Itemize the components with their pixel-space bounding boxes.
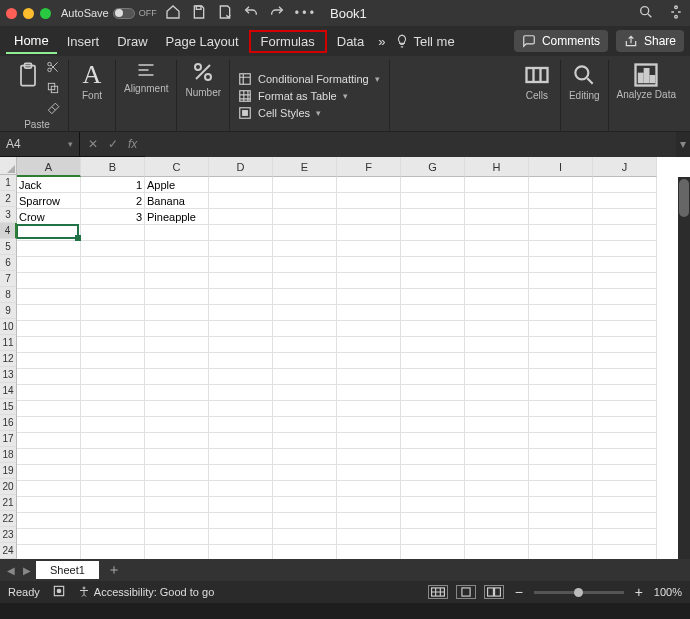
name-box[interactable]: A4 ▾ xyxy=(0,132,80,157)
cell-C9[interactable] xyxy=(145,305,209,321)
row-header-11[interactable]: 11 xyxy=(0,335,17,351)
zoom-slider[interactable] xyxy=(534,591,624,594)
cell-C10[interactable] xyxy=(145,321,209,337)
cell-I22[interactable] xyxy=(529,513,593,529)
comments-button[interactable]: Comments xyxy=(514,30,608,52)
row-header-7[interactable]: 7 xyxy=(0,271,17,287)
cell-F21[interactable] xyxy=(337,497,401,513)
cell-E16[interactable] xyxy=(273,417,337,433)
cell-J11[interactable] xyxy=(593,337,657,353)
cell-H4[interactable] xyxy=(465,225,529,241)
cell-A7[interactable] xyxy=(17,273,81,289)
cell-B5[interactable] xyxy=(81,241,145,257)
cell-B17[interactable] xyxy=(81,433,145,449)
row-header-2[interactable]: 2 xyxy=(0,191,17,207)
cell-G18[interactable] xyxy=(401,449,465,465)
cell-A12[interactable] xyxy=(17,353,81,369)
cell-J20[interactable] xyxy=(593,481,657,497)
enter-entry-button[interactable]: ✓ xyxy=(108,137,118,151)
cell-J4[interactable] xyxy=(593,225,657,241)
cell-F9[interactable] xyxy=(337,305,401,321)
cell-E19[interactable] xyxy=(273,465,337,481)
cells-button[interactable] xyxy=(522,60,552,90)
row-header-4[interactable]: 4 xyxy=(0,223,17,239)
cell-G11[interactable] xyxy=(401,337,465,353)
cell-F6[interactable] xyxy=(337,257,401,273)
column-header-H[interactable]: H xyxy=(465,157,529,177)
row-header-13[interactable]: 13 xyxy=(0,367,17,383)
cell-B8[interactable] xyxy=(81,289,145,305)
cell-C4[interactable] xyxy=(145,225,209,241)
cell-B1[interactable]: 1 xyxy=(81,177,145,193)
cell-G6[interactable] xyxy=(401,257,465,273)
cell-C19[interactable] xyxy=(145,465,209,481)
cell-F7[interactable] xyxy=(337,273,401,289)
cell-E17[interactable] xyxy=(273,433,337,449)
cell-C6[interactable] xyxy=(145,257,209,273)
cell-G16[interactable] xyxy=(401,417,465,433)
cell-B2[interactable]: 2 xyxy=(81,193,145,209)
cell-B22[interactable] xyxy=(81,513,145,529)
cell-I24[interactable] xyxy=(529,545,593,559)
row-header-20[interactable]: 20 xyxy=(0,479,17,495)
cell-F18[interactable] xyxy=(337,449,401,465)
cell-I17[interactable] xyxy=(529,433,593,449)
cell-D14[interactable] xyxy=(209,385,273,401)
cell-I7[interactable] xyxy=(529,273,593,289)
cell-I23[interactable] xyxy=(529,529,593,545)
cell-D16[interactable] xyxy=(209,417,273,433)
cell-H9[interactable] xyxy=(465,305,529,321)
cell-A20[interactable] xyxy=(17,481,81,497)
cell-J6[interactable] xyxy=(593,257,657,273)
column-header-D[interactable]: D xyxy=(209,157,273,177)
cell-J9[interactable] xyxy=(593,305,657,321)
row-header-14[interactable]: 14 xyxy=(0,383,17,399)
cell-E18[interactable] xyxy=(273,449,337,465)
cell-F5[interactable] xyxy=(337,241,401,257)
sheet-tab-sheet1[interactable]: Sheet1 xyxy=(36,561,99,579)
cell-B20[interactable] xyxy=(81,481,145,497)
cell-B15[interactable] xyxy=(81,401,145,417)
cell-F12[interactable] xyxy=(337,353,401,369)
cell-B23[interactable] xyxy=(81,529,145,545)
cell-F2[interactable] xyxy=(337,193,401,209)
tab-overflow[interactable]: » xyxy=(374,34,389,49)
cell-J10[interactable] xyxy=(593,321,657,337)
cell-A21[interactable] xyxy=(17,497,81,513)
row-header-21[interactable]: 21 xyxy=(0,495,17,511)
cell-G3[interactable] xyxy=(401,209,465,225)
cell-F10[interactable] xyxy=(337,321,401,337)
cell-C15[interactable] xyxy=(145,401,209,417)
cell-E1[interactable] xyxy=(273,177,337,193)
cell-C13[interactable] xyxy=(145,369,209,385)
cell-D5[interactable] xyxy=(209,241,273,257)
cell-B6[interactable] xyxy=(81,257,145,273)
cell-E20[interactable] xyxy=(273,481,337,497)
window-maximize-button[interactable] xyxy=(40,8,51,19)
row-header-1[interactable]: 1 xyxy=(0,175,17,191)
cell-D20[interactable] xyxy=(209,481,273,497)
sheet-nav-prev[interactable]: ◀ xyxy=(4,563,18,577)
cell-B24[interactable] xyxy=(81,545,145,559)
cell-G19[interactable] xyxy=(401,465,465,481)
options-icon[interactable] xyxy=(668,4,684,23)
cell-E4[interactable] xyxy=(273,225,337,241)
cell-E22[interactable] xyxy=(273,513,337,529)
cell-C3[interactable]: Pineapple xyxy=(145,209,209,225)
row-header-10[interactable]: 10 xyxy=(0,319,17,335)
row-header-6[interactable]: 6 xyxy=(0,255,17,271)
cell-J15[interactable] xyxy=(593,401,657,417)
view-page-layout-button[interactable] xyxy=(456,585,476,599)
cell-D22[interactable] xyxy=(209,513,273,529)
cell-E24[interactable] xyxy=(273,545,337,559)
cell-C12[interactable] xyxy=(145,353,209,369)
chevron-down-icon[interactable]: ▾ xyxy=(68,139,73,149)
row-header-23[interactable]: 23 xyxy=(0,527,17,543)
cancel-entry-button[interactable]: ✕ xyxy=(88,137,98,151)
cell-F11[interactable] xyxy=(337,337,401,353)
cell-C22[interactable] xyxy=(145,513,209,529)
cell-G24[interactable] xyxy=(401,545,465,559)
cell-G2[interactable] xyxy=(401,193,465,209)
cell-G14[interactable] xyxy=(401,385,465,401)
cell-H22[interactable] xyxy=(465,513,529,529)
